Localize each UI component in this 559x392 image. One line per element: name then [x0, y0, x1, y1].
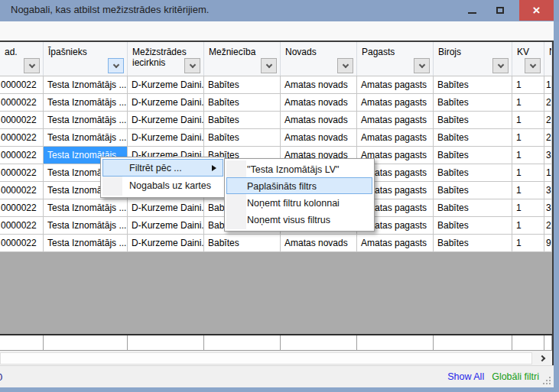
grid-cell-n[interactable]: 2	[544, 129, 552, 146]
filter-dropdown-kad[interactable]	[24, 58, 40, 73]
submenu-item-filter-by-value[interactable]: "Testa Iznomātājs LV"	[226, 160, 372, 177]
grid-cell-kv[interactable]: 1	[512, 235, 544, 251]
grid-cell-kad[interactable]: 0000022	[0, 235, 44, 251]
grid-cell-birojs[interactable]: Babītes	[434, 112, 512, 128]
column-header-kv[interactable]: KV	[512, 42, 544, 76]
filter-dropdown-meznieciba[interactable]	[261, 58, 277, 73]
grid-cell-n[interactable]: 9	[544, 235, 552, 251]
grid-cell-novads[interactable]: Amatas novads	[281, 112, 357, 128]
grid-cell-novads[interactable]: Amatas novads	[281, 76, 357, 93]
grid-cell-meznieciba[interactable]: Babītes	[204, 94, 281, 111]
grid-cell-meznieciba[interactable]: Babītes	[204, 76, 281, 93]
filter-dropdown-birojs[interactable]	[492, 58, 509, 73]
grid-cell-pagasts[interactable]: Amatas pagasts	[357, 76, 434, 93]
filter-dropdown-ipasnieks[interactable]	[108, 58, 124, 73]
grid-cell-kv[interactable]: 1	[512, 217, 544, 234]
grid-cell-kv[interactable]: 1	[512, 182, 544, 199]
menu-item-filter-by[interactable]: Filtrēt pēc ...	[102, 159, 223, 177]
column-header-n[interactable]: N	[544, 42, 552, 76]
grid-cell-kv[interactable]: 1	[512, 129, 544, 146]
grid-cell-n[interactable]: 1	[544, 76, 552, 93]
menu-item-nogabals-on-map[interactable]: Nogabals uz kartes	[102, 177, 223, 194]
grid-cell-novads[interactable]: Amatas novads	[281, 129, 357, 146]
filter-dropdown-iecirknis[interactable]	[184, 58, 200, 73]
grid-cell-n[interactable]: 1	[544, 164, 552, 181]
grid-cell-iecirknis[interactable]: D-Kurzeme Daini...	[128, 217, 204, 234]
resize-grip[interactable]	[543, 377, 551, 384]
grid-cell-birojs[interactable]: Babītes	[434, 182, 512, 199]
scrollbar-thumb[interactable]	[0, 352, 532, 364]
grid-cell-ipasnieks[interactable]: Testa Iznomātājs ...	[44, 235, 128, 251]
maximize-button[interactable]	[487, 0, 513, 21]
grid-cell-kv[interactable]: 1	[512, 94, 544, 111]
grid-cell-ipasnieks[interactable]: Testa Iznomātājs ...	[44, 112, 128, 128]
grid-cell-ipasnieks[interactable]: Testa Iznomātājs ...	[44, 129, 128, 146]
column-header-ipasnieks[interactable]: Īpašnieks	[44, 42, 128, 76]
grid-cell-ipasnieks[interactable]: Testa Iznomātājs ...	[44, 76, 128, 93]
grid-cell-kad[interactable]: 0000022	[0, 147, 44, 164]
minimize-button[interactable]	[459, 0, 485, 21]
grid-cell-ipasnieks[interactable]: Testa Iznomātājs ...	[44, 217, 128, 234]
scroll-right-button[interactable]	[535, 352, 551, 365]
filter-dropdown-kv[interactable]	[525, 58, 541, 73]
grid-cell-kad[interactable]: 0000022	[0, 94, 44, 111]
grid-cell-kad[interactable]: 0000022	[0, 182, 44, 199]
grid-cell-kv[interactable]: 1	[512, 76, 544, 93]
grid-cell-birojs[interactable]: Babītes	[434, 147, 512, 164]
grid-cell-pagasts[interactable]: Amatas pagasts	[357, 129, 434, 146]
grid-cell-birojs[interactable]: Babītes	[434, 217, 512, 234]
grid-cell-iecirknis[interactable]: D-Kurzeme Daini...	[128, 129, 204, 146]
grid-cell-iecirknis[interactable]: D-Kurzeme Daini...	[128, 199, 204, 216]
grid-cell-kv[interactable]: 1	[512, 164, 544, 181]
grid-cell-novads[interactable]: Amatas novads	[281, 235, 357, 251]
grid-cell-kv[interactable]: 1	[512, 112, 544, 128]
grid-cell-kad[interactable]: 0000022	[0, 217, 44, 234]
grid-cell-novads[interactable]: Amatas novads	[281, 94, 357, 111]
filter-dropdown-pagasts[interactable]	[414, 58, 430, 73]
grid-cell-birojs[interactable]: Babītes	[434, 129, 512, 146]
grid-cell-kad[interactable]: 0000022	[0, 76, 44, 93]
horizontal-scrollbar[interactable]	[0, 352, 552, 365]
filter-dropdown-novads[interactable]	[337, 58, 353, 73]
submenu-item-remove-all-filters[interactable]: Noņemt visus filtrus	[226, 211, 372, 228]
grid-cell-ipasnieks[interactable]: Testa Iznomātājs ...	[44, 94, 128, 111]
column-header-novads[interactable]: Novads	[281, 42, 357, 76]
grid-cell-pagasts[interactable]: Amatas pagasts	[357, 235, 434, 251]
grid-cell-kad[interactable]: 0000022	[0, 164, 44, 181]
submenu-item-remove-column-filter[interactable]: Noņemt filtru kolonnai	[226, 194, 372, 211]
grid-cell-n[interactable]: 2	[544, 217, 552, 234]
grid-cell-n[interactable]: 3	[544, 147, 552, 164]
grid-cell-birojs[interactable]: Babītes	[434, 76, 512, 93]
show-all-link[interactable]: Show All	[447, 371, 484, 382]
grid-cell-iecirknis[interactable]: D-Kurzeme Daini...	[128, 112, 204, 128]
submenu-item-advanced-filter[interactable]: Paplašināts filtrs	[226, 177, 372, 194]
grid-cell-iecirknis[interactable]: D-Kurzeme Daini...	[128, 94, 204, 111]
grid-cell-birojs[interactable]: Babītes	[434, 235, 512, 251]
grid-cell-birojs[interactable]: Babītes	[434, 199, 512, 216]
grid-cell-meznieciba[interactable]: Babītes	[204, 112, 281, 128]
grid-cell-pagasts[interactable]: Amatas pagasts	[357, 94, 434, 111]
global-filters-link[interactable]: Globāli filtri	[492, 371, 539, 382]
column-header-kad[interactable]: ad.	[0, 42, 44, 76]
grid-cell-ipasnieks[interactable]: Testa Iznomātājs ...	[44, 199, 128, 216]
grid-cell-iecirknis[interactable]: D-Kurzeme Daini...	[128, 76, 204, 93]
grid-cell-kad[interactable]: 0000022	[0, 129, 44, 146]
grid-cell-kad[interactable]: 0000022	[0, 112, 44, 128]
grid-cell-n[interactable]: 3	[544, 182, 552, 199]
grid-cell-meznieciba[interactable]: Babītes	[204, 235, 281, 251]
grid-cell-n[interactable]: 2	[544, 94, 552, 111]
grid-cell-pagasts[interactable]: Amatas pagasts	[357, 112, 434, 128]
column-header-birojs[interactable]: Birojs	[434, 42, 512, 76]
grid-cell-kv[interactable]: 1	[512, 199, 544, 216]
grid-cell-birojs[interactable]: Babītes	[434, 164, 512, 181]
column-header-pagasts[interactable]: Pagasts	[357, 42, 434, 76]
close-button[interactable]: ×	[519, 0, 554, 21]
grid-cell-n[interactable]: 3	[544, 199, 552, 216]
grid-cell-meznieciba[interactable]: Babītes	[204, 129, 281, 146]
column-header-iecirknis[interactable]: Mežizstrādes iecirknis	[128, 42, 204, 76]
grid-cell-kad[interactable]: 0000022	[0, 199, 44, 216]
grid-cell-kv[interactable]: 1	[512, 147, 544, 164]
grid-cell-n[interactable]: 2	[544, 112, 552, 128]
grid-cell-iecirknis[interactable]: D-Kurzeme Daini...	[128, 235, 204, 251]
grid-cell-birojs[interactable]: Babītes	[434, 94, 512, 111]
